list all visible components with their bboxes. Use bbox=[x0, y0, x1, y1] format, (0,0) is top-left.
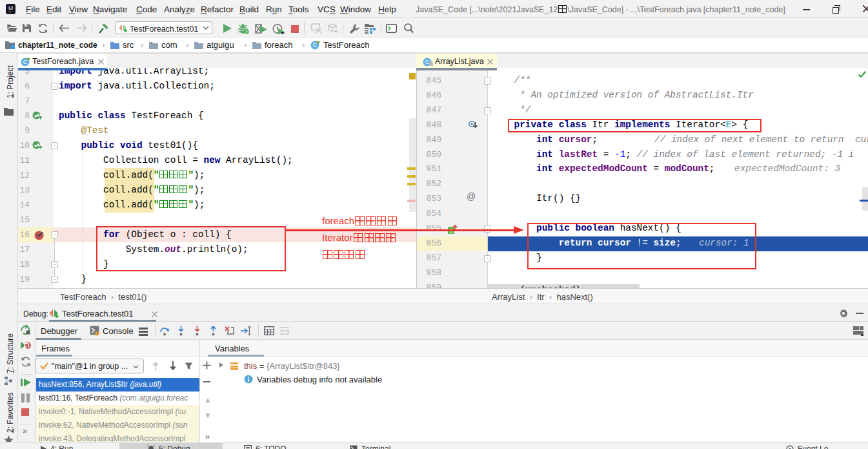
svg-text:C: C bbox=[23, 59, 28, 65]
svg-text:C: C bbox=[425, 59, 430, 65]
svg-text:C: C bbox=[313, 42, 318, 48]
svg-text:1: 1 bbox=[449, 227, 452, 234]
